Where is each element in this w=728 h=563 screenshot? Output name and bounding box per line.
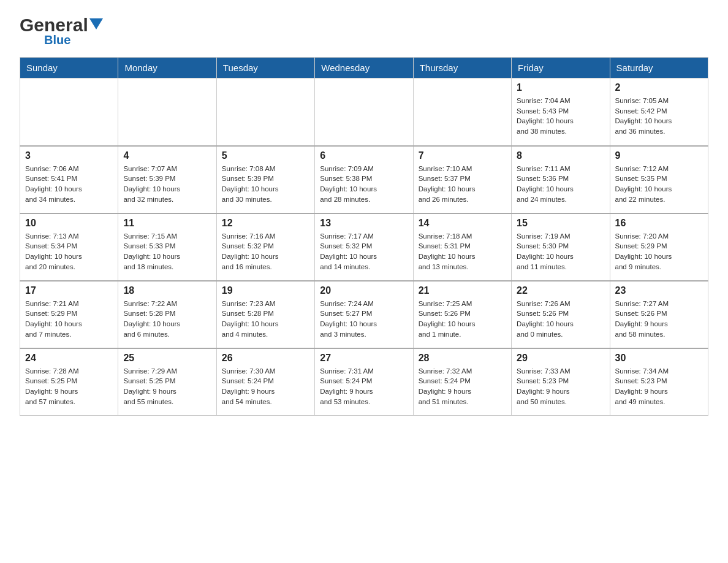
day-number: 28	[419, 353, 506, 364]
weekday-header-sunday: Sunday	[20, 58, 118, 79]
day-number: 16	[615, 218, 703, 229]
calendar-cell: 19Sunrise: 7:23 AM Sunset: 5:28 PM Dayli…	[216, 281, 314, 348]
day-info: Sunrise: 7:07 AM Sunset: 5:39 PM Dayligh…	[123, 164, 211, 205]
day-info: Sunrise: 7:23 AM Sunset: 5:28 PM Dayligh…	[222, 299, 309, 340]
day-number: 25	[123, 353, 211, 364]
week-row-3: 10Sunrise: 7:13 AM Sunset: 5:34 PM Dayli…	[20, 213, 708, 281]
day-info: Sunrise: 7:10 AM Sunset: 5:37 PM Dayligh…	[419, 164, 506, 205]
calendar-cell: 12Sunrise: 7:16 AM Sunset: 5:32 PM Dayli…	[216, 213, 314, 281]
week-row-5: 24Sunrise: 7:28 AM Sunset: 5:25 PM Dayli…	[20, 348, 708, 416]
calendar-cell	[118, 79, 216, 146]
day-info: Sunrise: 7:08 AM Sunset: 5:39 PM Dayligh…	[222, 164, 309, 205]
day-info: Sunrise: 7:09 AM Sunset: 5:38 PM Dayligh…	[320, 164, 408, 205]
weekday-header-monday: Monday	[118, 58, 216, 79]
day-info: Sunrise: 7:27 AM Sunset: 5:26 PM Dayligh…	[615, 299, 703, 340]
day-number: 7	[419, 150, 506, 161]
day-number: 30	[615, 353, 703, 364]
day-info: Sunrise: 7:04 AM Sunset: 5:43 PM Dayligh…	[517, 96, 604, 137]
day-info: Sunrise: 7:33 AM Sunset: 5:23 PM Dayligh…	[517, 366, 604, 407]
day-info: Sunrise: 7:06 AM Sunset: 5:41 PM Dayligh…	[25, 164, 113, 205]
day-info: Sunrise: 7:34 AM Sunset: 5:23 PM Dayligh…	[615, 366, 703, 407]
calendar-cell: 16Sunrise: 7:20 AM Sunset: 5:29 PM Dayli…	[610, 213, 708, 281]
calendar-cell: 17Sunrise: 7:21 AM Sunset: 5:29 PM Dayli…	[20, 281, 118, 348]
weekday-header-thursday: Thursday	[413, 58, 511, 79]
day-info: Sunrise: 7:24 AM Sunset: 5:27 PM Dayligh…	[320, 299, 408, 340]
calendar-cell	[216, 79, 314, 146]
calendar-cell: 7Sunrise: 7:10 AM Sunset: 5:37 PM Daylig…	[413, 146, 511, 213]
day-info: Sunrise: 7:18 AM Sunset: 5:31 PM Dayligh…	[419, 231, 506, 272]
day-info: Sunrise: 7:31 AM Sunset: 5:24 PM Dayligh…	[320, 366, 408, 407]
day-number: 21	[419, 285, 506, 296]
day-number: 9	[615, 150, 703, 161]
calendar-cell: 5Sunrise: 7:08 AM Sunset: 5:39 PM Daylig…	[216, 146, 314, 213]
calendar-table: SundayMondayTuesdayWednesdayThursdayFrid…	[20, 57, 708, 416]
calendar-cell	[315, 79, 413, 146]
day-number: 1	[517, 82, 604, 93]
calendar-cell: 22Sunrise: 7:26 AM Sunset: 5:26 PM Dayli…	[512, 281, 610, 348]
day-number: 26	[222, 353, 309, 364]
calendar-cell: 3Sunrise: 7:06 AM Sunset: 5:41 PM Daylig…	[20, 146, 118, 213]
day-number: 2	[615, 82, 703, 93]
day-info: Sunrise: 7:17 AM Sunset: 5:32 PM Dayligh…	[320, 231, 408, 272]
calendar-cell: 24Sunrise: 7:28 AM Sunset: 5:25 PM Dayli…	[20, 348, 118, 416]
day-number: 22	[517, 285, 604, 296]
day-info: Sunrise: 7:13 AM Sunset: 5:34 PM Dayligh…	[25, 231, 113, 272]
logo-triangle-icon	[89, 18, 103, 32]
calendar-cell: 23Sunrise: 7:27 AM Sunset: 5:26 PM Dayli…	[610, 281, 708, 348]
day-number: 19	[222, 285, 309, 296]
day-info: Sunrise: 7:15 AM Sunset: 5:33 PM Dayligh…	[123, 231, 211, 272]
day-number: 5	[222, 150, 309, 161]
day-info: Sunrise: 7:29 AM Sunset: 5:25 PM Dayligh…	[123, 366, 211, 407]
calendar-cell: 20Sunrise: 7:24 AM Sunset: 5:27 PM Dayli…	[315, 281, 413, 348]
day-number: 29	[517, 353, 604, 364]
calendar-cell: 26Sunrise: 7:30 AM Sunset: 5:24 PM Dayli…	[216, 348, 314, 416]
day-info: Sunrise: 7:32 AM Sunset: 5:24 PM Dayligh…	[419, 366, 506, 407]
logo-blue: Blue	[44, 33, 70, 47]
logo: General Blue	[20, 15, 103, 47]
calendar-cell: 8Sunrise: 7:11 AM Sunset: 5:36 PM Daylig…	[512, 146, 610, 213]
day-number: 23	[615, 285, 703, 296]
calendar-cell: 15Sunrise: 7:19 AM Sunset: 5:30 PM Dayli…	[512, 213, 610, 281]
calendar-cell	[413, 79, 511, 146]
day-number: 20	[320, 285, 408, 296]
day-info: Sunrise: 7:16 AM Sunset: 5:32 PM Dayligh…	[222, 231, 309, 272]
day-number: 3	[25, 150, 113, 161]
day-info: Sunrise: 7:26 AM Sunset: 5:26 PM Dayligh…	[517, 299, 604, 340]
day-number: 6	[320, 150, 408, 161]
week-row-1: 1Sunrise: 7:04 AM Sunset: 5:43 PM Daylig…	[20, 79, 708, 146]
week-row-2: 3Sunrise: 7:06 AM Sunset: 5:41 PM Daylig…	[20, 146, 708, 213]
day-number: 13	[320, 218, 408, 229]
day-info: Sunrise: 7:19 AM Sunset: 5:30 PM Dayligh…	[517, 231, 604, 272]
svg-marker-0	[89, 18, 103, 29]
weekday-header-wednesday: Wednesday	[315, 58, 413, 79]
calendar-cell: 21Sunrise: 7:25 AM Sunset: 5:26 PM Dayli…	[413, 281, 511, 348]
calendar-cell: 18Sunrise: 7:22 AM Sunset: 5:28 PM Dayli…	[118, 281, 216, 348]
calendar-cell: 28Sunrise: 7:32 AM Sunset: 5:24 PM Dayli…	[413, 348, 511, 416]
calendar-cell	[20, 79, 118, 146]
day-number: 10	[25, 218, 113, 229]
calendar-cell: 30Sunrise: 7:34 AM Sunset: 5:23 PM Dayli…	[610, 348, 708, 416]
calendar-cell: 6Sunrise: 7:09 AM Sunset: 5:38 PM Daylig…	[315, 146, 413, 213]
day-number: 12	[222, 218, 309, 229]
day-info: Sunrise: 7:28 AM Sunset: 5:25 PM Dayligh…	[25, 366, 113, 407]
calendar-cell: 1Sunrise: 7:04 AM Sunset: 5:43 PM Daylig…	[512, 79, 610, 146]
week-row-4: 17Sunrise: 7:21 AM Sunset: 5:29 PM Dayli…	[20, 281, 708, 348]
day-info: Sunrise: 7:25 AM Sunset: 5:26 PM Dayligh…	[419, 299, 506, 340]
calendar-cell: 27Sunrise: 7:31 AM Sunset: 5:24 PM Dayli…	[315, 348, 413, 416]
logo-general: General	[20, 15, 88, 36]
day-info: Sunrise: 7:20 AM Sunset: 5:29 PM Dayligh…	[615, 231, 703, 272]
calendar-cell: 4Sunrise: 7:07 AM Sunset: 5:39 PM Daylig…	[118, 146, 216, 213]
day-number: 18	[123, 285, 211, 296]
day-number: 27	[320, 353, 408, 364]
day-info: Sunrise: 7:12 AM Sunset: 5:35 PM Dayligh…	[615, 164, 703, 205]
day-number: 4	[123, 150, 211, 161]
day-number: 15	[517, 218, 604, 229]
day-number: 17	[25, 285, 113, 296]
calendar-cell: 10Sunrise: 7:13 AM Sunset: 5:34 PM Dayli…	[20, 213, 118, 281]
day-number: 14	[419, 218, 506, 229]
page-header: General Blue	[20, 15, 708, 47]
calendar-cell: 2Sunrise: 7:05 AM Sunset: 5:42 PM Daylig…	[610, 79, 708, 146]
calendar-cell: 29Sunrise: 7:33 AM Sunset: 5:23 PM Dayli…	[512, 348, 610, 416]
day-info: Sunrise: 7:21 AM Sunset: 5:29 PM Dayligh…	[25, 299, 113, 340]
day-number: 11	[123, 218, 211, 229]
